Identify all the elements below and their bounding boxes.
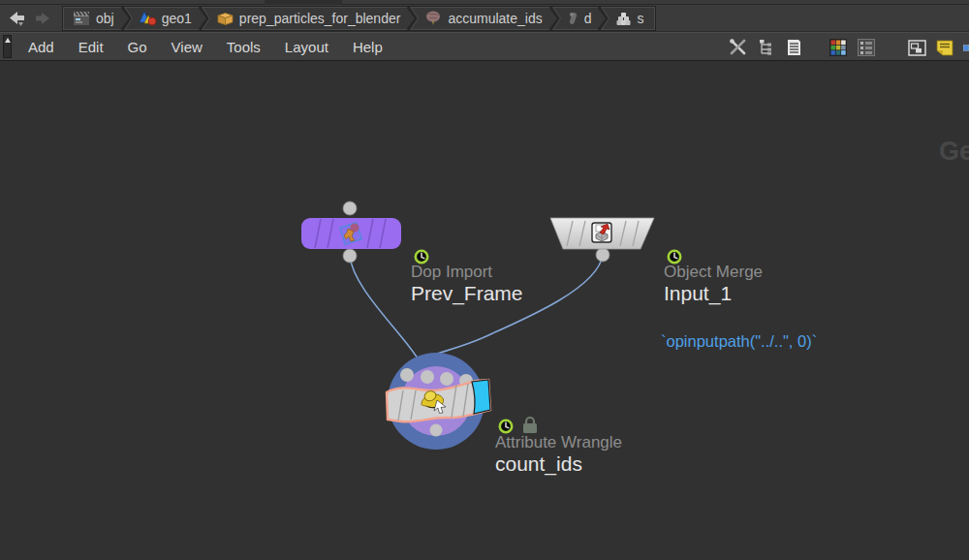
time-dependent-badge: [500, 420, 512, 432]
breadcrumb-item-accumulate-ids[interactable]: accumulate_ids: [421, 7, 546, 30]
breadcrumb-separator-icon: [548, 7, 561, 30]
menu-edit[interactable]: Edit: [70, 35, 112, 59]
breadcrumb-label: prep_particles_for_blender: [239, 11, 401, 26]
forward-button[interactable]: [33, 9, 54, 28]
breadcrumb-item-prep-particles[interactable]: prep_particles_for_blender: [212, 7, 405, 30]
menu-view[interactable]: View: [163, 35, 211, 59]
dop-small-icon: [567, 11, 579, 26]
breadcrumb: obj geo1 prep_particles_for_blender: [62, 6, 656, 31]
menu-tools[interactable]: Tools: [218, 35, 269, 59]
output-connector[interactable]: [596, 248, 610, 262]
breadcrumb-label: geo1: [162, 11, 192, 26]
pane-maximize-handle[interactable]: [3, 35, 12, 58]
breadcrumb-label: s: [637, 11, 643, 26]
menu-go[interactable]: Go: [119, 35, 156, 59]
network-editor-menubar: Add Edit Go View Tools Layout Help: [0, 32, 969, 61]
node-name-label[interactable]: count_ids: [495, 452, 582, 476]
grid-layout-icon[interactable]: [857, 38, 876, 57]
output-connector[interactable]: [430, 424, 443, 437]
output-connector[interactable]: [343, 249, 357, 263]
node-type-label: Attribute Wrangle: [495, 433, 622, 452]
particles-pile-icon: [615, 11, 632, 26]
up-triangle-icon: [5, 38, 11, 43]
parameters-list-icon[interactable]: [784, 38, 803, 57]
node-object-merge[interactable]: [550, 218, 680, 263]
node-name-label[interactable]: Input_1: [664, 282, 732, 305]
display-flag[interactable]: [472, 380, 490, 414]
breadcrumb-item-obj[interactable]: obj: [69, 7, 118, 30]
breadcrumb-separator-icon: [120, 7, 133, 30]
node-dop-import[interactable]: [301, 202, 427, 263]
network-path-bar: obj geo1 prep_particles_for_blender: [0, 5, 969, 32]
node-type-label: Dop Import: [411, 263, 492, 282]
tree-view-icon[interactable]: [756, 38, 775, 57]
node-type-label: Object Merge: [664, 263, 763, 282]
back-arrow-icon: [6, 9, 27, 28]
network-context-label: Ge: [939, 137, 969, 167]
pane-tab-shadow: [265, 0, 342, 5]
breadcrumb-item-geo1[interactable]: geo1: [135, 7, 196, 30]
scene-clapperboard-icon: [73, 11, 91, 26]
node-graph: [0, 62, 969, 560]
window-top-strip: [0, 0, 969, 5]
back-button[interactable]: [6, 9, 27, 28]
breadcrumb-item-s[interactable]: s: [611, 7, 647, 30]
sticky-note-icon[interactable]: [935, 38, 954, 57]
menu-help[interactable]: Help: [344, 35, 391, 59]
forward-arrow-icon: [34, 10, 53, 27]
breadcrumb-label: obj: [96, 11, 114, 26]
object-merge-icon: [592, 223, 611, 242]
input-connector-3[interactable]: [440, 372, 453, 386]
input-connector[interactable]: [343, 202, 357, 215]
breadcrumb-separator-icon: [597, 7, 610, 30]
node-expression-label: `opinputpath("../..", 0)`: [661, 332, 817, 351]
network-editor-canvas[interactable]: Dop Import Prev_Frame Object Merge Input…: [0, 62, 969, 560]
menu-layout[interactable]: Layout: [276, 35, 337, 59]
breadcrumb-item-d[interactable]: d: [563, 7, 596, 30]
locked-badge: [523, 418, 537, 433]
tools-icon[interactable]: [728, 38, 747, 57]
solver-brain-icon: [424, 10, 443, 26]
input-connector-1[interactable]: [400, 368, 414, 382]
breadcrumb-separator-icon: [198, 7, 210, 30]
time-dependent-badge: [669, 251, 680, 263]
node-name-label[interactable]: Prev_Frame: [411, 282, 523, 305]
windows-icon[interactable]: [907, 38, 926, 57]
breadcrumb-label: d: [584, 11, 592, 26]
menu-add[interactable]: Add: [19, 35, 63, 59]
input-connector-2[interactable]: [421, 370, 434, 384]
clipped-blue-icon[interactable]: [963, 38, 969, 57]
geometry-object-icon: [139, 10, 157, 26]
time-dependent-badge: [416, 251, 427, 263]
breadcrumb-separator-icon: [406, 7, 419, 30]
breadcrumb-label: accumulate_ids: [448, 11, 542, 26]
color-palette-icon[interactable]: [828, 38, 848, 57]
geo-container-icon: [216, 11, 234, 26]
